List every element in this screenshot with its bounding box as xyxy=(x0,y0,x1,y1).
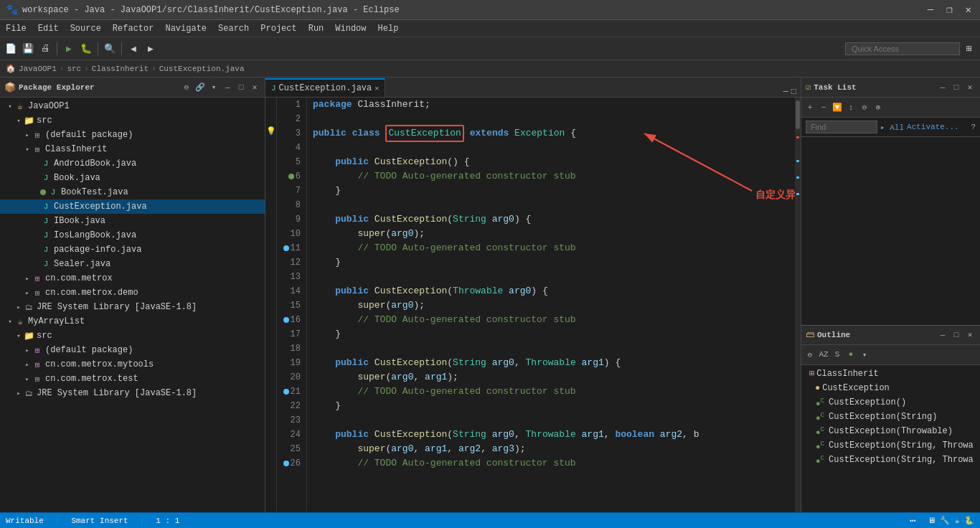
tree-mal-mytools[interactable]: ▸ ⊞ cn.com.metrox.mytools xyxy=(0,357,265,372)
task-find-input[interactable] xyxy=(806,121,877,133)
tl-collapse[interactable]: ⊖ xyxy=(859,102,870,113)
toolbar-back[interactable]: ◀ xyxy=(126,41,141,57)
error-marker-1 xyxy=(796,136,799,138)
ol-maximize[interactable]: □ xyxy=(951,329,962,341)
tab-maximize-btn[interactable]: □ xyxy=(791,87,796,97)
toolbar-save[interactable]: 💾 xyxy=(20,41,36,57)
toolbar-forward[interactable]: ▶ xyxy=(143,41,159,57)
pe-link[interactable]: 🔗 xyxy=(194,82,206,93)
menu-file[interactable]: File xyxy=(0,20,32,37)
outline-ctor-str-throw[interactable]: ●C CustException(String, Throwa xyxy=(801,438,980,453)
ol-green-filter[interactable]: ● xyxy=(845,349,857,360)
quick-access-input[interactable] xyxy=(845,42,960,55)
outline-custexception-class[interactable]: ● CustException xyxy=(801,381,980,395)
ol-close[interactable]: ✕ xyxy=(964,329,976,341)
code-line-24: public CustException(String arg0, Throwa… xyxy=(313,428,795,442)
task-help-icon[interactable]: ? xyxy=(971,123,976,131)
ol-collapse[interactable]: ⊖ xyxy=(804,349,816,360)
menu-refactor[interactable]: Refactor xyxy=(107,20,160,37)
tree-project-javaopp1[interactable]: ▾ ☕ JavaOOP1 xyxy=(0,99,265,113)
toolbar-search[interactable]: 🔍 xyxy=(102,41,118,57)
tree-mal-defpkg[interactable]: ▸ ⊞ (default package) xyxy=(0,343,265,357)
tree-src-javaopp1[interactable]: ▾ 📁 src xyxy=(0,113,265,128)
tree-custexception[interactable]: J CustException.java xyxy=(0,199,265,214)
status-more-icon[interactable]: ⋯ xyxy=(910,514,915,527)
maximize-button[interactable]: ❐ xyxy=(943,4,955,16)
menu-navigate[interactable]: Navigate xyxy=(159,20,212,37)
ol-filter[interactable]: S xyxy=(831,349,843,360)
code-editor[interactable]: 💡 1 2 3 4 5 6 7 8 9 10 11 xyxy=(265,98,801,512)
tl-expand[interactable]: ⊕ xyxy=(872,102,884,113)
tree-jre-mal[interactable]: ▸ 🗂 JRE System Library [JavaSE-1.8] xyxy=(0,386,265,400)
status-writable: Writable xyxy=(6,517,44,525)
tl-remove[interactable]: − xyxy=(818,102,829,113)
toolbar-run[interactable]: ▶ xyxy=(61,41,77,57)
breadcrumb-src[interactable]: src xyxy=(67,65,81,73)
breadcrumb-project[interactable]: JavaOOP1 xyxy=(19,65,57,73)
tree-src-myarraylist[interactable]: ▾ 📁 src xyxy=(0,329,265,343)
editor-scrollbar[interactable] xyxy=(795,98,801,512)
task-find-activate[interactable]: Activate... xyxy=(907,123,959,131)
tree-default-pkg[interactable]: ▸ ⊞ (default package) xyxy=(0,128,265,142)
menu-window[interactable]: Window xyxy=(329,20,372,37)
tree-jre-javaopp1[interactable]: ▸ 🗂 JRE System Library [JavaSE-1.8] xyxy=(0,300,265,314)
tl-add[interactable]: + xyxy=(804,102,816,113)
toolbar-print[interactable]: 🖨 xyxy=(37,41,53,57)
tree-metroxdemo[interactable]: ▸ ⊞ cn.com.metrox.demo xyxy=(0,286,265,300)
tree-cncommetrox[interactable]: ▸ ⊞ cn.com.metrox xyxy=(0,271,265,286)
tab-close-btn[interactable]: ✕ xyxy=(374,84,379,93)
outline-ctor-throwable[interactable]: ●C CustException(Throwable) xyxy=(801,424,980,438)
tree-myarraylist[interactable]: ▾ ☕ MyArrayList xyxy=(0,314,265,329)
tl-maximize[interactable]: □ xyxy=(951,82,962,93)
ol-more[interactable]: ▾ xyxy=(859,349,870,360)
app-icon: 🐾 xyxy=(6,4,18,16)
editor-tab-custexception[interactable]: J CustException.java ✕ xyxy=(265,78,385,97)
menu-source[interactable]: Source xyxy=(65,20,107,37)
outline-ctor-default[interactable]: ●C CustException() xyxy=(801,395,980,410)
outline-ctor-str-throw2[interactable]: ●C CustException(String, Throwa xyxy=(801,453,980,467)
breadcrumb-file[interactable]: CustException.java xyxy=(159,65,245,73)
tl-close[interactable]: ✕ xyxy=(964,82,976,93)
menu-help[interactable]: Help xyxy=(372,20,405,37)
close-button[interactable]: ✕ xyxy=(963,4,974,16)
kw-package: package xyxy=(313,98,352,112)
menu-search[interactable]: Search xyxy=(212,20,255,37)
tree-ibook[interactable]: J IBook.java xyxy=(0,214,265,228)
pe-close[interactable]: ✕ xyxy=(249,82,260,93)
toolbar-new[interactable]: 📄 xyxy=(3,41,19,57)
tree-label-jre1: JRE System Library [JavaSE-1.8] xyxy=(37,302,197,312)
task-find-all[interactable]: ▸ All xyxy=(880,123,904,132)
outline-classinherit[interactable]: ⊞ ClassInherit xyxy=(801,367,980,381)
tree-book[interactable]: J Book.java xyxy=(0,171,265,185)
tree-mal-test[interactable]: ▸ ⊞ cn.com.metrox.test xyxy=(0,372,265,386)
code-content[interactable]: package ClassInherit; public class CustE… xyxy=(307,98,795,512)
app-title: workspace - Java - JavaOOP1/src/ClassInh… xyxy=(22,5,400,15)
tl-filter[interactable]: 🔽 xyxy=(831,102,843,113)
pe-collapse-all[interactable]: ⊖ xyxy=(181,82,192,93)
tree-androidbook[interactable]: J AndroidBook.java xyxy=(0,156,265,171)
tree-ioslangbook[interactable]: J IosLangBook.java xyxy=(0,228,265,242)
menu-project[interactable]: Project xyxy=(255,20,302,37)
breadcrumb-package[interactable]: ClassInherit xyxy=(92,65,149,73)
menu-edit[interactable]: Edit xyxy=(32,20,65,37)
menu-run[interactable]: Run xyxy=(303,20,330,37)
ol-sort-alpha[interactable]: AZ xyxy=(818,349,829,360)
tl-sort[interactable]: ↕ xyxy=(845,102,857,113)
tl-minimize[interactable]: — xyxy=(937,82,948,93)
pe-maximize[interactable]: □ xyxy=(235,82,247,93)
pe-menu[interactable]: ▾ xyxy=(208,82,220,93)
toolbar-perspective[interactable]: ⊞ xyxy=(961,41,977,57)
tree-sealer[interactable]: J Sealer.java xyxy=(0,257,265,271)
pe-minimize[interactable]: — xyxy=(222,82,233,93)
outline-ctor-string[interactable]: ●C CustException(String) xyxy=(801,410,980,424)
ol-minimize[interactable]: — xyxy=(937,329,948,341)
tree-packageinfo[interactable]: J package-info.java xyxy=(0,242,265,257)
tree-booktest[interactable]: J BookTest.java xyxy=(0,185,265,199)
code-line-3: public class CustException extends Excep… xyxy=(313,126,795,141)
tab-minimize-btn[interactable]: — xyxy=(783,87,788,97)
toolbar-debug[interactable]: 🐛 xyxy=(78,41,94,57)
minimize-button[interactable]: — xyxy=(925,4,936,16)
scrollbar-thumb[interactable] xyxy=(796,100,800,129)
tree-classinherit[interactable]: ▾ ⊞ ClassInherit xyxy=(0,142,265,156)
ln-6: 6 xyxy=(277,169,301,184)
